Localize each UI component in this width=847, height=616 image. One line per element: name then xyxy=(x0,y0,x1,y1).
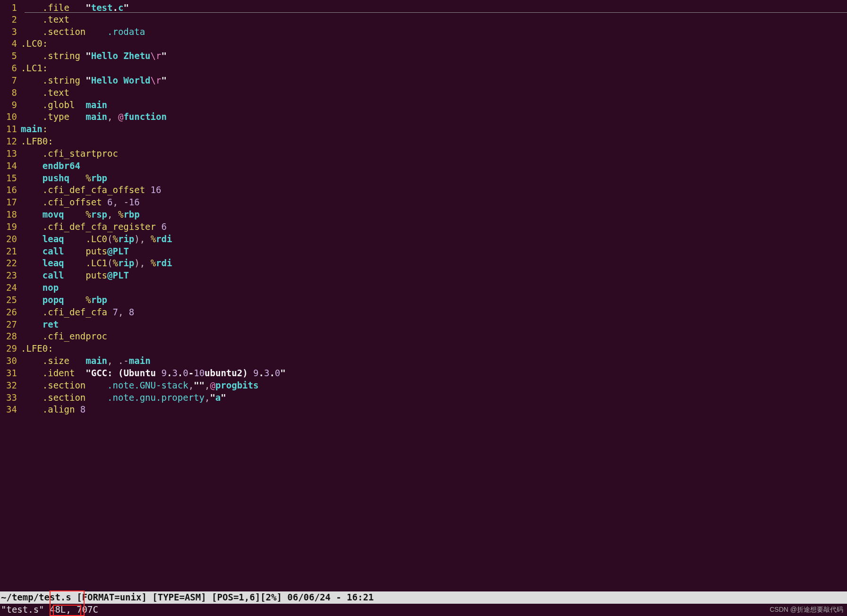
code-content[interactable]: .string "Hello World\r" xyxy=(21,75,847,87)
code-line[interactable]: 29.LFE0: xyxy=(0,343,847,355)
code-line[interactable]: 33 .section .note.gnu.property,"a" xyxy=(0,392,847,404)
code-line[interactable]: 28 .cfi_endproc xyxy=(0,330,847,343)
code-line[interactable]: 20 leaq .LC0(%rip), %rdi xyxy=(0,233,847,245)
code-line[interactable]: 34 .align 8 xyxy=(0,404,847,416)
code-content[interactable]: movq %rsp, %rbp xyxy=(21,209,847,221)
line-number: 31 xyxy=(0,367,21,380)
line-number: 12 xyxy=(0,135,21,148)
code-content[interactable]: .type main, @function xyxy=(21,111,847,123)
code-content[interactable]: popq %rbp xyxy=(21,294,847,306)
code-content[interactable]: .LFB0: xyxy=(21,135,847,148)
line-number: 14 xyxy=(0,160,21,172)
code-content[interactable]: .string "Hello Zhetu\r" xyxy=(21,50,847,62)
code-line[interactable]: 30 .size main, .-main xyxy=(0,355,847,367)
code-line[interactable]: 15 pushq %rbp xyxy=(0,172,847,185)
line-number: 15 xyxy=(0,172,21,185)
code-content[interactable]: .cfi_startproc xyxy=(21,148,847,160)
line-number: 4 xyxy=(0,38,21,50)
line-number: 18 xyxy=(0,209,21,221)
code-content[interactable]: .text xyxy=(21,14,847,26)
code-content[interactable]: call puts@PLT xyxy=(21,270,847,282)
code-content[interactable]: .cfi_def_cfa_register 6 xyxy=(21,221,847,233)
code-line[interactable]: 11main: xyxy=(0,123,847,135)
code-editor[interactable]: 1 .file "test.c"2 .text3 .section .rodat… xyxy=(0,0,847,416)
line-number: 26 xyxy=(0,306,21,319)
line-number: 8 xyxy=(0,87,21,99)
code-content[interactable]: main: xyxy=(21,123,847,135)
code-content[interactable]: .file "test.c" xyxy=(21,2,847,14)
code-content[interactable]: .globl main xyxy=(21,99,847,111)
line-number: 5 xyxy=(0,50,21,62)
line-number: 10 xyxy=(0,111,21,123)
line-number: 3 xyxy=(0,26,21,38)
code-line[interactable]: 8 .text xyxy=(0,87,847,99)
line-number: 13 xyxy=(0,148,21,160)
code-content[interactable]: endbr64 xyxy=(21,160,847,172)
line-number: 20 xyxy=(0,233,21,245)
code-line[interactable]: 23 call puts@PLT xyxy=(0,270,847,282)
code-line[interactable]: 10 .type main, @function xyxy=(0,111,847,123)
code-line[interactable]: 7 .string "Hello World\r" xyxy=(0,75,847,87)
code-content[interactable]: .cfi_def_cfa_offset 16 xyxy=(21,184,847,196)
cmdline-text: "test.s" 48L, 707C xyxy=(1,604,98,616)
code-line[interactable]: 6.LC1: xyxy=(0,62,847,75)
code-content[interactable]: .cfi_endproc xyxy=(21,330,847,343)
line-number: 24 xyxy=(0,282,21,294)
code-line[interactable]: 19 .cfi_def_cfa_register 6 xyxy=(0,221,847,233)
line-number: 2 xyxy=(0,14,21,26)
code-line[interactable]: 5 .string "Hello Zhetu\r" xyxy=(0,50,847,62)
code-line[interactable]: 21 call puts@PLT xyxy=(0,245,847,258)
code-line[interactable]: 18 movq %rsp, %rbp xyxy=(0,209,847,221)
code-content[interactable]: .section .rodata xyxy=(21,26,847,38)
code-content[interactable]: .LC1: xyxy=(21,62,847,75)
line-number: 27 xyxy=(0,319,21,331)
code-content[interactable]: .section .note.gnu.property,"a" xyxy=(21,392,847,404)
code-content[interactable]: leaq .LC0(%rip), %rdi xyxy=(21,233,847,245)
line-number: 30 xyxy=(0,355,21,367)
code-content[interactable]: .size main, .-main xyxy=(21,355,847,367)
code-content[interactable]: nop xyxy=(21,282,847,294)
vim-command-line[interactable]: "test.s" 48L, 707C xyxy=(0,604,847,616)
code-content[interactable]: pushq %rbp xyxy=(21,172,847,185)
code-content[interactable]: .LFE0: xyxy=(21,343,847,355)
code-content[interactable]: ret xyxy=(21,319,847,331)
watermark: CSDN @折途想要敲代码 xyxy=(770,605,843,614)
line-number: 34 xyxy=(0,404,21,416)
code-line[interactable]: 13 .cfi_startproc xyxy=(0,148,847,160)
code-line[interactable]: 2 .text xyxy=(0,14,847,26)
code-line[interactable]: 24 nop xyxy=(0,282,847,294)
line-number: 23 xyxy=(0,270,21,282)
code-line[interactable]: 26 .cfi_def_cfa 7, 8 xyxy=(0,306,847,319)
code-content[interactable]: .align 8 xyxy=(21,404,847,416)
line-number: 25 xyxy=(0,294,21,306)
line-number: 16 xyxy=(0,184,21,196)
code-line[interactable]: 3 .section .rodata xyxy=(0,26,847,38)
code-line[interactable]: 31 .ident "GCC: (Ubuntu 9.3.0-10ubuntu2)… xyxy=(0,367,847,380)
code-content[interactable]: .section .note.GNU-stack,"",@progbits xyxy=(21,380,847,392)
code-content[interactable]: .cfi_offset 6, -16 xyxy=(21,196,847,209)
statusbar-text: ~/temp/test.s [FORMAT=unix] [TYPE=ASM] [… xyxy=(1,591,374,604)
vim-statusbar: ~/temp/test.s [FORMAT=unix] [TYPE=ASM] [… xyxy=(0,591,847,604)
code-line[interactable]: 22 leaq .LC1(%rip), %rdi xyxy=(0,257,847,270)
code-content[interactable]: leaq .LC1(%rip), %rdi xyxy=(21,257,847,270)
code-line[interactable]: 4.LC0: xyxy=(0,38,847,50)
code-line[interactable]: 32 .section .note.GNU-stack,"",@progbits xyxy=(0,380,847,392)
code-line[interactable]: 17 .cfi_offset 6, -16 xyxy=(0,196,847,209)
code-line[interactable]: 12.LFB0: xyxy=(0,135,847,148)
code-line[interactable]: 1 .file "test.c" xyxy=(0,2,847,14)
line-number: 1 xyxy=(0,2,21,14)
code-content[interactable]: call puts@PLT xyxy=(21,245,847,258)
code-line[interactable]: 9 .globl main xyxy=(0,99,847,111)
line-number: 9 xyxy=(0,99,21,111)
code-line[interactable]: 14 endbr64 xyxy=(0,160,847,172)
code-line[interactable]: 25 popq %rbp xyxy=(0,294,847,306)
line-number: 17 xyxy=(0,196,21,209)
code-content[interactable]: .text xyxy=(21,87,847,99)
code-content[interactable]: .ident "GCC: (Ubuntu 9.3.0-10ubuntu2) 9.… xyxy=(21,367,847,380)
code-line[interactable]: 27 ret xyxy=(0,319,847,331)
code-line[interactable]: 16 .cfi_def_cfa_offset 16 xyxy=(0,184,847,196)
code-content[interactable]: .cfi_def_cfa 7, 8 xyxy=(21,306,847,319)
code-content[interactable]: .LC0: xyxy=(21,38,847,50)
line-number: 29 xyxy=(0,343,21,355)
line-number: 19 xyxy=(0,221,21,233)
